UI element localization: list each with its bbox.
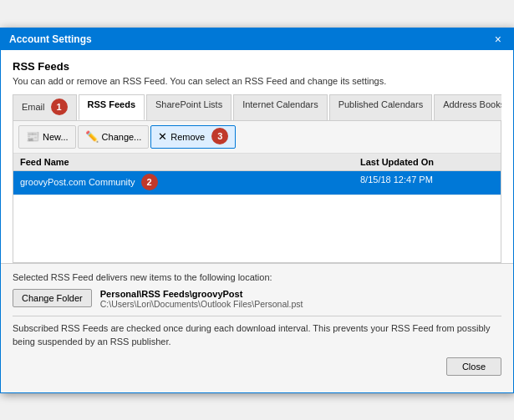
folder-info: Personal\RSS Feeds\groovyPost C:\Users\L… xyxy=(100,289,303,309)
tab-rss-feeds[interactable]: RSS Feeds xyxy=(79,94,145,120)
table-row[interactable]: groovyPost.com Community 2 8/15/18 12:47… xyxy=(13,171,501,195)
bottom-info-label: Selected RSS Feed delivers new items to … xyxy=(13,272,501,282)
col-feed-name: Feed Name xyxy=(20,157,360,167)
window-title: Account Settings xyxy=(9,33,92,45)
bottom-section: Selected RSS Feed delivers new items to … xyxy=(1,264,513,392)
annotation-3: 3 xyxy=(211,128,228,144)
close-button[interactable]: Close xyxy=(446,357,501,376)
separator xyxy=(13,316,501,316)
tab-email[interactable]: Email 1 xyxy=(13,94,77,120)
account-settings-window: Account Settings × RSS Feeds You can add… xyxy=(0,28,514,393)
remove-icon: ✕ xyxy=(158,131,167,142)
new-label: New... xyxy=(43,132,69,142)
tab-content: 📰 New... ✏️ Change... ✕ Remove 3 Feed Na… xyxy=(13,120,501,263)
change-icon: ✏️ xyxy=(85,131,99,142)
tab-published-calendars[interactable]: Published Calendars xyxy=(329,94,433,120)
table-area: Feed Name Last Updated On groovyPost.com… xyxy=(13,154,501,262)
section-desc: You can add or remove an RSS Feed. You c… xyxy=(13,76,501,86)
tab-address-books[interactable]: Address Books xyxy=(434,94,501,120)
title-bar: Account Settings × xyxy=(1,28,513,50)
feed-updated-cell: 8/15/18 12:47 PM xyxy=(360,175,494,191)
remove-button[interactable]: ✕ Remove 3 xyxy=(150,125,236,149)
tab-internet-calendars[interactable]: Internet Calendars xyxy=(233,94,328,120)
window-close-button[interactable]: × xyxy=(491,33,505,45)
empty-table-area xyxy=(13,195,501,262)
folder-path: Personal\RSS Feeds\groovyPost xyxy=(100,289,303,299)
new-icon: 📰 xyxy=(26,131,39,142)
feed-name-cell: groovyPost.com Community 2 xyxy=(20,175,360,191)
tab-bar: Email 1 RSS Feeds SharePoint Lists Inter… xyxy=(13,94,501,120)
content-area: RSS Feeds You can add or remove an RSS F… xyxy=(1,50,513,264)
toolbar: 📰 New... ✏️ Change... ✕ Remove 3 xyxy=(13,121,501,154)
file-path: C:\Users\Lori\Documents\Outlook Files\Pe… xyxy=(100,299,303,309)
change-label: Change... xyxy=(102,132,142,142)
change-folder-row: Change Folder Personal\RSS Feeds\groovyP… xyxy=(13,289,501,309)
table-header: Feed Name Last Updated On xyxy=(13,154,501,171)
note-text: Subscribed RSS Feeds are checked once du… xyxy=(13,321,501,349)
col-last-updated: Last Updated On xyxy=(360,157,494,167)
tab-sharepoint[interactable]: SharePoint Lists xyxy=(146,94,232,120)
new-button[interactable]: 📰 New... xyxy=(18,125,76,149)
change-button[interactable]: ✏️ Change... xyxy=(78,125,150,149)
annotation-2: 2 xyxy=(141,174,158,190)
section-title: RSS Feeds xyxy=(13,60,501,73)
annotation-1: 1 xyxy=(51,99,68,115)
remove-label: Remove xyxy=(170,132,205,142)
close-row: Close xyxy=(13,357,501,384)
change-folder-button[interactable]: Change Folder xyxy=(13,289,92,307)
